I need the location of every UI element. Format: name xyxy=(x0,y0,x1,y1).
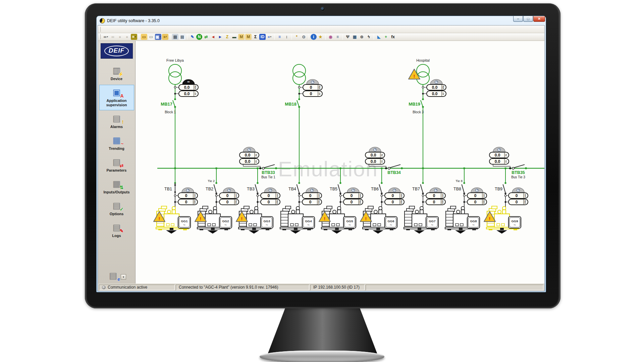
mains-MB18[interactable]: 0MW0kVMB18 xyxy=(285,64,322,168)
sigma-icon[interactable]: Σ xyxy=(252,34,259,40)
breaker-MB17[interactable] xyxy=(173,100,175,107)
settings-gear-icon[interactable]: * xyxy=(293,34,300,40)
menu-connection[interactable] xyxy=(109,28,115,30)
save-icon-caret[interactable]: ▾ xyxy=(160,36,161,38)
sidebar-item-mlogic[interactable]: ▤ e ▾ xyxy=(107,270,126,284)
auto-view-icon[interactable]: N xyxy=(196,34,202,40)
svg-text:kV: kV xyxy=(381,160,383,163)
usb-icon[interactable]: Ψ xyxy=(344,34,351,40)
id-icon[interactable]: ID xyxy=(259,34,266,40)
svg-text:BTB35: BTB35 xyxy=(512,170,525,175)
flash-icon[interactable]: ϟ xyxy=(366,34,372,40)
device-card-icon[interactable]: ▦ xyxy=(352,34,358,40)
sidebar-item-parameters[interactable]: ▤ ⇄ Parameters xyxy=(99,155,134,176)
feeder-TB8[interactable]: TB8Tie 80kvar0MWGG8~ xyxy=(445,168,487,234)
sidebar-more-dropdown[interactable]: ▾ xyxy=(121,274,126,280)
mail-settings-icon[interactable]: M xyxy=(245,34,252,40)
feeder-TB2[interactable]: TB2Tie 20kvar0MWGG2~! xyxy=(195,168,239,234)
svg-text:0.0: 0.0 xyxy=(495,153,500,158)
svg-text:~: ~ xyxy=(390,223,392,227)
menu-parameters[interactable] xyxy=(116,28,122,30)
disconnect-icon[interactable]: ∞ xyxy=(110,34,116,40)
breaker-MB19[interactable] xyxy=(421,100,423,107)
svg-text:TB6: TB6 xyxy=(371,187,379,191)
password-icon[interactable]: ¤▾ xyxy=(131,34,137,40)
breaker-MB18[interactable] xyxy=(297,100,299,107)
plugins-icon[interactable]: + xyxy=(383,34,389,40)
breaker-BTB34[interactable] xyxy=(390,165,400,168)
remote-link-icon[interactable]: ● xyxy=(117,34,123,40)
meter-stack: 0kvar0MW xyxy=(467,188,487,205)
write-device-icon[interactable]: ◄ xyxy=(210,34,216,40)
maximize-button[interactable]: □ xyxy=(523,16,533,22)
breaker-TB6[interactable] xyxy=(379,184,382,192)
sidebar-item-application-supervision[interactable]: ▣ A Application supervision xyxy=(99,85,134,110)
genset-GG4[interactable]: GG4~ xyxy=(280,206,315,230)
bustie-BTB33[interactable]: 0.0Hz0.0kVBTB33Bus Tie 1 xyxy=(239,147,277,179)
edit-drawing-icon[interactable]: ✎ xyxy=(189,34,196,40)
minimize-button[interactable]: − xyxy=(513,16,523,22)
mains-MB17[interactable]: Free Libya∞0.0MW0.0kVMB17Block 1 xyxy=(161,58,198,168)
sidebar-item-inputs-outputs[interactable]: ▦ ⇅ Inputs/Outputs xyxy=(99,176,134,197)
mains-MB19[interactable]: Hospital0.0MW0.0kVMB19Block 3! xyxy=(409,58,446,168)
password-icon-caret[interactable]: ▾ xyxy=(135,36,136,38)
connect-icon[interactable]: ∞▾ xyxy=(103,34,109,40)
ground-arrow-icon xyxy=(500,228,504,230)
genset-GG7[interactable]: GG7~ xyxy=(404,206,438,230)
import-icon[interactable]: ↩ xyxy=(162,34,168,40)
fx-icon[interactable]: fx xyxy=(390,34,396,40)
read-device-icon[interactable]: ► xyxy=(217,34,223,40)
bustie-BTB35[interactable]: 0.0Hz0.0kVBTB35Bus Tie 3 xyxy=(489,147,527,179)
palette-icon[interactable]: ◉ xyxy=(327,34,334,40)
sidebar-item-trending[interactable]: ▦ ~ Trending xyxy=(99,133,134,154)
breaker-BTB33[interactable] xyxy=(264,165,275,168)
breaker-TB5[interactable] xyxy=(338,184,340,192)
svg-text:TB7: TB7 xyxy=(412,187,420,191)
license-icon[interactable]: ★ xyxy=(317,34,324,40)
breaker-TB3[interactable] xyxy=(255,184,258,192)
connect-icon-caret[interactable]: ▾ xyxy=(107,36,108,38)
feeder-TB7[interactable]: TB70kvar0MWGG7~ xyxy=(404,168,445,234)
new-file-icon[interactable]: ▭ xyxy=(148,34,154,40)
print-icon[interactable]: ▤ xyxy=(172,34,178,40)
breaker-BTB35[interactable] xyxy=(514,165,525,168)
refresh-icon[interactable]: ⇄ xyxy=(203,34,209,40)
parameter-list-icon[interactable]: ≡ xyxy=(276,34,283,40)
sidebar-item-options[interactable]: ▤ ✓ Options xyxy=(99,198,134,219)
content: DEIF ▥ ⚡ Device ▣ A Application supervis… xyxy=(98,41,544,284)
breaker-TB4[interactable] xyxy=(297,184,299,192)
breaker-TB7[interactable] xyxy=(421,184,423,192)
menu-help[interactable] xyxy=(123,28,129,30)
svg-text:kvar: kvar xyxy=(235,193,237,198)
transfer-icon-caret[interactable]: ▾ xyxy=(270,36,272,38)
display-icon[interactable]: ▬ xyxy=(231,34,237,40)
sort-icon[interactable]: ↕ xyxy=(283,34,290,40)
svg-text:BTB34: BTB34 xyxy=(387,170,401,175)
mail-log-icon[interactable]: M xyxy=(238,34,245,40)
toolbar-separator xyxy=(342,34,343,40)
breaker-TB9[interactable] xyxy=(503,184,505,192)
modem-icon[interactable]: ● xyxy=(124,34,130,40)
sidebar-item-logs[interactable]: ▤ ✎ Logs xyxy=(99,220,134,241)
open-file-icon[interactable]: ▭ xyxy=(141,34,147,40)
breaker-TB8[interactable] xyxy=(462,184,464,192)
sidebar-item-device[interactable]: ▥ ⚡ Device xyxy=(99,63,134,84)
preferences-icon[interactable]: ≡ xyxy=(334,34,341,40)
mlogic-icon: ▤ e xyxy=(107,270,119,281)
meter-stack: 0kvar0MW xyxy=(219,188,239,205)
titlebar[interactable]: DEIF utility software - 3.35.0 − □ × xyxy=(97,16,546,25)
transfer-icon[interactable]: «▾ xyxy=(266,34,273,40)
info-icon[interactable]: i xyxy=(311,34,317,40)
feeder-TB1[interactable]: TB10kvar0MWGG1~! xyxy=(154,168,198,234)
clock-icon[interactable]: ⊙ xyxy=(301,34,307,40)
print-preview-icon[interactable]: ▤ xyxy=(179,34,185,40)
genset-GG8[interactable]: GG8~ xyxy=(445,206,480,230)
quick-setup-icon[interactable]: Z xyxy=(224,34,230,40)
save-icon[interactable]: ▣▾ xyxy=(155,34,161,40)
sidebar-item-alarms[interactable]: ▤ ! Alarms xyxy=(99,111,134,132)
service-gear-icon[interactable]: ⊚ xyxy=(359,34,365,40)
breaker-TB2[interactable] xyxy=(214,184,216,192)
close-button[interactable]: × xyxy=(533,16,545,22)
cleanup-icon[interactable]: ◣ xyxy=(376,34,382,40)
menu-file[interactable] xyxy=(103,28,109,30)
